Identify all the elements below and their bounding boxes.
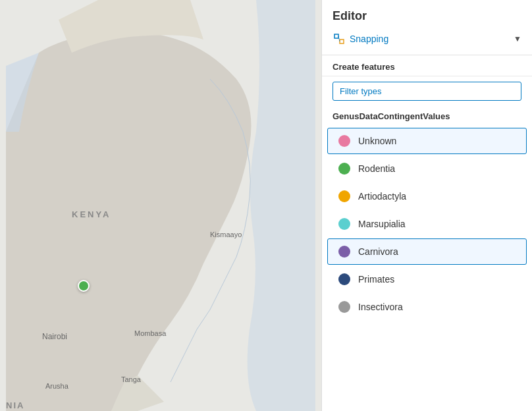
editor-panel: Editor Snapping ▼ Create features GenusD… bbox=[321, 0, 532, 411]
snapping-left: Snapping bbox=[332, 32, 388, 45]
feature-item-primates[interactable]: Primates bbox=[327, 266, 527, 292]
feature-dot-primates bbox=[338, 273, 350, 285]
feature-name-artiodactyla: Artiodactyla bbox=[358, 191, 406, 202]
svg-rect-8 bbox=[334, 34, 338, 38]
svg-text:Kismaayo: Kismaayo bbox=[210, 231, 242, 238]
feature-item-unknown[interactable]: Unknown bbox=[327, 128, 527, 154]
feature-dot-insectivora bbox=[338, 301, 350, 313]
feature-dot-marsupialia bbox=[338, 218, 350, 230]
feature-name-insectivora: Insectivora bbox=[358, 302, 403, 312]
editor-title: Editor bbox=[332, 9, 521, 23]
snapping-icon bbox=[332, 32, 346, 45]
feature-item-artiodactyla[interactable]: Artiodactyla bbox=[327, 183, 527, 209]
feature-name-primates: Primates bbox=[358, 274, 394, 285]
dropdown-arrow-icon[interactable]: ▼ bbox=[514, 34, 521, 43]
svg-rect-9 bbox=[340, 40, 344, 43]
map-marker bbox=[78, 280, 90, 292]
filter-input[interactable] bbox=[332, 82, 521, 101]
snapping-row: Snapping ▼ bbox=[332, 30, 521, 48]
feature-list: UnknownRodentiaArtiodactylaMarsupialiaCa… bbox=[322, 124, 532, 411]
editor-header: Editor Snapping ▼ bbox=[322, 0, 532, 55]
feature-name-unknown: Unknown bbox=[358, 136, 396, 146]
filter-container bbox=[322, 76, 532, 106]
feature-name-carnivora: Carnivora bbox=[358, 246, 398, 257]
svg-text:Arusha: Arusha bbox=[45, 382, 69, 390]
feature-item-marsupialia[interactable]: Marsupialia bbox=[327, 211, 527, 237]
section-label: GenusDataContingentValues bbox=[322, 106, 532, 124]
feature-item-rodentia[interactable]: Rodentia bbox=[327, 155, 527, 182]
svg-text:Tanga: Tanga bbox=[121, 375, 142, 383]
feature-dot-unknown bbox=[338, 135, 350, 147]
feature-name-marsupialia: Marsupialia bbox=[358, 219, 406, 229]
feature-item-carnivora[interactable]: Carnivora bbox=[327, 238, 527, 265]
snapping-label[interactable]: Snapping bbox=[350, 34, 388, 44]
feature-item-insectivora[interactable]: Insectivora bbox=[327, 294, 527, 320]
svg-text:KENYA: KENYA bbox=[72, 209, 111, 219]
feature-name-rodentia: Rodentia bbox=[358, 163, 395, 174]
svg-line-10 bbox=[338, 36, 340, 41]
feature-dot-artiodactyla bbox=[338, 190, 350, 202]
map-area[interactable]: KENYA Nairobi Kismaayo Arusha Mombasa Ta… bbox=[0, 0, 321, 411]
map-svg: KENYA Nairobi Kismaayo Arusha Mombasa Ta… bbox=[0, 0, 321, 411]
svg-text:Mombasa: Mombasa bbox=[134, 329, 167, 337]
create-features-label: Create features bbox=[322, 55, 532, 76]
feature-dot-rodentia bbox=[338, 163, 350, 175]
feature-dot-carnivora bbox=[338, 246, 350, 258]
svg-text:Nairobi: Nairobi bbox=[42, 332, 67, 341]
svg-text:NIA: NIA bbox=[6, 400, 24, 410]
